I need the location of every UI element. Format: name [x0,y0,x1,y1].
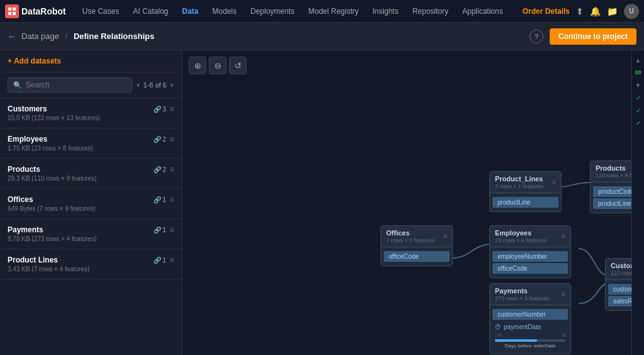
node-title-offices: Offices [386,229,435,237]
add-datasets-button[interactable]: + Add datasets [8,57,174,65]
svg-rect-1 [13,8,16,11]
slider-labels: -30 0 [495,332,565,338]
node-subtitle-employees: 23 rows × 4 features [495,237,547,244]
node-title-employees: Employees [495,229,547,237]
node-field-productLine[interactable]: productLine [492,197,558,208]
dataset-item-products[interactable]: Products 29.3 KB (110 rows × 9 features)… [0,159,182,189]
nav-models[interactable]: Models [206,0,243,23]
chevron-up-indicator[interactable]: ▲ [634,55,643,64]
search-input[interactable] [26,81,126,89]
dataset-meta-customers: 15.0 KB (122 rows × 13 features) [8,115,153,121]
user-avatar[interactable]: U [624,4,639,19]
node-menu-offices[interactable]: ≡ [443,233,447,240]
dataset-meta-product-lines: 3.43 KB (7 rows × 4 features) [8,266,153,273]
node-field-productCode[interactable]: productCode [593,186,631,197]
link-badge-payments: 🔗 1 [153,227,166,234]
folder-icon[interactable]: 📁 [607,6,618,16]
dataset-item-employees[interactable]: Employees 1.75 KB (23 rows × 8 features)… [0,128,182,159]
link-badge-offices: 🔗 1 [153,196,166,203]
node-body-payments: customerNumber ⏱ paymentDate -30 0 [490,305,570,354]
node-field-officeCode-employees[interactable]: officeCode [492,263,568,274]
node-field-customerNumber-payments[interactable]: customerNumber [492,309,568,320]
menu-icon-payments[interactable]: ≡ [170,225,174,234]
zoom-out-button[interactable]: ⊖ [209,57,226,74]
breadcrumb-page[interactable]: Data page [21,31,59,41]
menu-icon-customers[interactable]: ≡ [170,104,174,113]
nav-deployments[interactable]: Deployments [244,0,301,23]
back-button[interactable]: ← [8,31,16,42]
node-products[interactable]: Products 110 rows × 8 features ≡ product… [590,161,631,213]
nav-use-cases[interactable]: Use Cases [76,0,126,23]
dataset-actions-employees: 🔗 2 ≡ [153,135,174,144]
chevron-down-icon: ▼ [635,82,641,89]
continue-button[interactable]: Continue to project [550,28,636,45]
dataset-item-payments[interactable]: Payments 8.78 KB (273 rows × 4 features)… [0,219,182,249]
nav-applications[interactable]: Applications [456,0,509,23]
menu-icon-offices[interactable]: ≡ [170,195,174,204]
link-badge-employees: 🔗 2 [153,136,166,143]
sidebar: + Add datasets 🔍 ‹ 1-6 of 6 › Customers … [0,50,182,355]
dataset-list: Customers 15.0 KB (122 rows × 13 feature… [0,98,182,355]
node-header-product-lines: Product_Lines 7 rows × 1 features ≡ [490,172,561,193]
subheader: ← Data page / Define Relationships ? Con… [0,23,644,50]
nav-ai-catalog[interactable]: AI Catalog [126,0,174,23]
dataset-actions-offices: 🔗 1 ≡ [153,195,174,204]
prev-page-button[interactable]: ‹ [136,81,141,89]
nav-model-registry[interactable]: Model Registry [302,0,365,23]
dataset-actions-payments: 🔗 1 ≡ [153,225,174,234]
share-icon[interactable]: ⬆ [576,6,584,16]
dataset-name-product-lines: Product Lines [8,256,153,264]
node-field-officeCode[interactable]: officeCode [384,251,450,262]
help-button[interactable]: ? [530,30,543,43]
search-input-wrap: 🔍 [8,77,132,93]
node-payments[interactable]: Payments 273 rows × 3 features ≡ custome… [489,283,571,354]
logo[interactable]: DataRobot [5,4,66,18]
nav-data[interactable]: Data [176,0,205,23]
link-badge-product-lines: 🔗 1 [153,257,166,264]
pagination-label: 1-6 of 6 [143,81,167,89]
chevron-down-indicator[interactable]: ▼ [634,81,643,89]
node-product-lines[interactable]: Product_Lines 7 rows × 1 features ≡ prod… [489,171,562,212]
reset-view-button[interactable]: ↺ [229,57,247,74]
nav-repository[interactable]: Repository [406,0,455,23]
node-field-employeeNumber[interactable]: employeeNumber [492,251,568,262]
menu-icon-products[interactable]: ≡ [170,165,174,174]
bell-icon[interactable]: 🔔 [590,6,601,16]
slider-max-label: 0 [563,332,565,338]
node-employees[interactable]: Employees 23 rows × 4 features ≡ employe… [489,225,571,278]
node-field-productLine-products[interactable]: productLine [593,198,631,209]
menu-icon-employees[interactable]: ≡ [170,135,174,144]
node-offices[interactable]: Offices 7 rows × 2 features ≡ officeCode [380,225,453,266]
dataset-actions-products: 🔗 2 ≡ [153,165,174,174]
next-page-button[interactable]: › [169,81,174,89]
dataset-name-payments: Payments [8,225,153,234]
nav-right: Order Details ⬆ 🔔 📁 U [523,4,639,19]
node-menu-payments[interactable]: ≡ [562,291,565,298]
node-field-salesRepEmployeeNumber[interactable]: salesRepEmployeeNumber [608,296,631,307]
node-subtitle-customers: 122 rows × 7 features [611,270,631,276]
slider-description: Days before orderDate [495,343,565,349]
order-details-link[interactable]: Order Details [523,7,570,16]
dataset-name-offices: Offices [8,195,153,204]
zoom-in-button[interactable]: ⊕ [189,57,206,74]
dataset-info-employees: Employees 1.75 KB (23 rows × 8 features) [8,135,153,152]
node-menu-product-lines[interactable]: ≡ [552,179,556,186]
top-navigation: DataRobot Use Cases AI Catalog Data Mode… [0,0,644,23]
nav-insights[interactable]: Insights [366,0,404,23]
dataset-item-product-lines[interactable]: Product Lines 3.43 KB (7 rows × 4 featur… [0,249,182,279]
node-menu-employees[interactable]: ≡ [562,233,565,240]
node-body-employees: employeeNumber officeCode [490,247,570,278]
date-slider[interactable]: -30 0 Days before orderDate [495,332,565,349]
dataset-info-product-lines: Product Lines 3.43 KB (7 rows × 4 featur… [8,256,153,273]
right-panel: ▲ 00 ▼ ✓ ✓ ✓ [631,50,644,355]
dataset-item-customers[interactable]: Customers 15.0 KB (122 rows × 13 feature… [0,98,182,128]
dataset-meta-employees: 1.75 KB (23 rows × 8 features) [8,145,153,152]
node-customers[interactable]: Customers 122 rows × 7 features ≡ custom… [605,258,631,311]
dataset-meta-payments: 8.78 KB (273 rows × 4 features) [8,235,153,242]
node-field-customerNumber[interactable]: customerNumber [608,284,631,295]
dataset-item-offices[interactable]: Offices 649 Bytes (7 rows × 9 features) … [0,189,182,219]
node-subtitle-product-lines: 7 rows × 1 features [495,183,543,189]
search-bar: 🔍 ‹ 1-6 of 6 › [0,72,182,98]
dataset-info-offices: Offices 649 Bytes (7 rows × 9 features) [8,195,153,212]
menu-icon-product-lines[interactable]: ≡ [170,256,174,264]
